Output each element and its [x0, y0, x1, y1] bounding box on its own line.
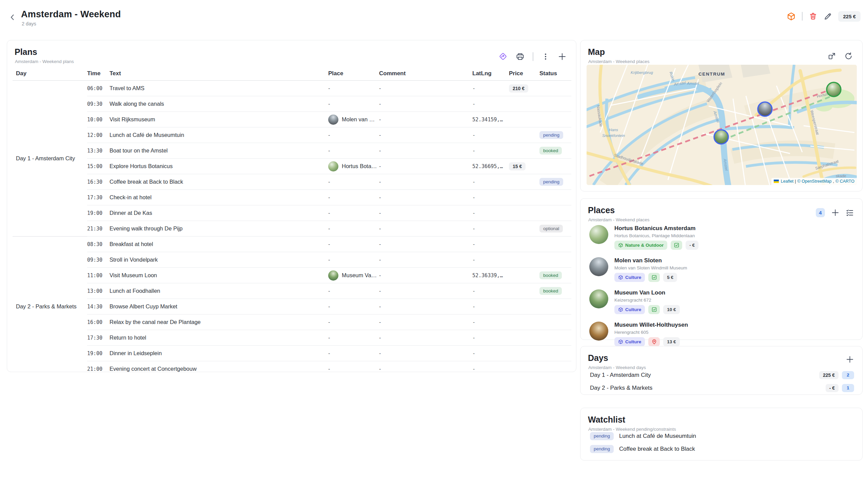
col-place: Place	[328, 67, 379, 81]
plan-latlng: -	[472, 299, 509, 314]
places-list-view-button[interactable]	[846, 208, 854, 217]
export-package-button[interactable]	[787, 12, 796, 21]
plan-time: 16:30	[87, 174, 110, 190]
plan-time: 21:00	[87, 361, 110, 377]
plan-text: Evening walk through De Pijp	[110, 221, 328, 237]
map-refresh-button[interactable]	[844, 52, 853, 60]
plan-time: 12:00	[87, 127, 110, 143]
plan-text: Travel to AMS	[110, 81, 328, 96]
plan-latlng: -	[472, 283, 509, 299]
expand-icon	[828, 52, 836, 60]
delete-trip-button[interactable]	[809, 12, 817, 21]
place-avatar	[589, 257, 608, 276]
plans-toolbar	[498, 52, 567, 61]
trip-total-badge: 225 €	[838, 11, 861, 22]
plan-place: Hortus Bota…	[328, 159, 379, 174]
plan-status	[539, 252, 571, 268]
leaflet-link[interactable]: Leaflet	[781, 179, 794, 184]
place-avatar	[328, 270, 338, 281]
map-place-marker[interactable]	[826, 82, 842, 97]
back-button[interactable]	[7, 12, 18, 22]
place-item[interactable]: Museum Willet-Holthuysen Herengracht 605…	[587, 318, 855, 350]
place-item[interactable]: Hortus Botanicus Amsterdam Hortus Botani…	[587, 221, 855, 253]
plan-row[interactable]: 09:30 Walk along the canals - - -	[13, 96, 571, 112]
plan-row[interactable]: 13:30 Boat tour on the Amstel - - - book…	[13, 143, 571, 159]
plan-latlng: -	[472, 190, 509, 205]
place-item[interactable]: Museum Van Loon Keizersgracht 672 Cultur…	[587, 285, 855, 318]
plan-row[interactable]: 17:30 Check-in at hotel - - -	[13, 190, 571, 205]
plan-row[interactable]: 21:00 Evening concert at Concertgebouw -…	[13, 361, 571, 377]
plan-status	[539, 81, 571, 96]
osm-link[interactable]: © OpenStreetMap	[797, 179, 832, 184]
plan-row[interactable]: 12:00 Lunch at Café de Museumtuin - - - …	[13, 127, 571, 143]
plan-price: 15 €	[509, 159, 539, 174]
plan-row[interactable]: Day 2 - Parks & Markets 08:30 Breakfast …	[13, 237, 571, 252]
add-plan-button[interactable]	[558, 52, 567, 61]
plan-row[interactable]: 17:30 Return to hotel - - -	[13, 330, 571, 346]
plans-subtitle: Amsterdam - Weekend plans	[15, 59, 74, 64]
plan-latlng: -	[472, 346, 509, 361]
plan-price	[509, 330, 539, 346]
places-toolbar: 4	[816, 208, 854, 217]
watchlist-title: Watchlist	[588, 415, 625, 425]
plan-time: 15:00	[87, 159, 110, 174]
day-row[interactable]: Day 2 - Parks & Markets - € 1	[587, 382, 855, 394]
plan-price	[509, 346, 539, 361]
plan-latlng: -	[472, 361, 509, 377]
watchlist-item[interactable]: pending Coffee break at Back to Black	[587, 443, 855, 455]
place-tags: Nature & Outdoor - €	[614, 241, 698, 250]
map-canvas[interactable]: KrijtbergbrugRokinAmstelAmstelCENTRUMWat…	[587, 65, 857, 185]
plan-price	[509, 205, 539, 221]
place-avatar	[589, 322, 608, 341]
place-name: Museum Willet-Holthuysen	[614, 322, 688, 328]
print-button[interactable]	[516, 52, 525, 61]
plan-row[interactable]: 10:00 Visit Rijksmuseum Molen van … - 52…	[13, 112, 571, 127]
plan-row[interactable]: 21:30 Evening walk through De Pijp - - -…	[13, 221, 571, 237]
plan-time: 11:00	[87, 268, 110, 283]
route-button[interactable]	[498, 52, 508, 61]
map-expand-button[interactable]	[828, 52, 836, 60]
map-place-marker[interactable]	[713, 129, 729, 145]
place-address: Molen van Sloten Windmill Museum	[614, 265, 687, 270]
plan-status: booked	[539, 283, 571, 299]
plan-row[interactable]: 16:00 Relax by the canal near De Plantag…	[13, 314, 571, 330]
status-badge: booked	[539, 271, 562, 280]
place-price-badge: 5 €	[663, 273, 677, 282]
attribution-separator: |	[795, 179, 796, 184]
plan-row[interactable]: Day 1 - Amsterdam City 06:00 Travel to A…	[13, 81, 571, 96]
plan-row[interactable]: 19:00 Dinner at De Kas - - -	[13, 205, 571, 221]
plan-row[interactable]: 16:30 Coffee break at Back to Black - - …	[13, 174, 571, 190]
plan-row[interactable]: 11:00 Visit Museum Loon Museum Va… - 52.…	[13, 268, 571, 283]
plans-menu-button[interactable]	[541, 53, 550, 61]
plus-icon	[831, 208, 840, 217]
plan-text: Visit Rijksmuseum	[110, 112, 328, 127]
plan-time: 17:30	[87, 330, 110, 346]
place-price-badge: 13 €	[663, 337, 679, 346]
plan-row[interactable]: 15:00 Explore Hortus Botanicus Hortus Bo…	[13, 159, 571, 174]
place-item[interactable]: Molen van Sloten Molen van Sloten Windmi…	[587, 253, 855, 285]
day-row[interactable]: Day 1 - Amsterdam City 225 € 2	[587, 369, 855, 382]
category-tag: Culture	[614, 273, 645, 282]
plan-status	[539, 330, 571, 346]
plan-text: Boat tour on the Amstel	[110, 143, 328, 159]
place-list: Hortus Botanicus Amsterdam Hortus Botani…	[587, 221, 855, 350]
plan-row[interactable]: 13:00 Lunch at Foodhallen - - - booked	[13, 283, 571, 299]
plan-row[interactable]: 09:30 Stroll in Vondelpark - - -	[13, 252, 571, 268]
plan-comment: -	[379, 299, 472, 314]
map-place-marker[interactable]	[757, 101, 773, 117]
add-day-button[interactable]	[846, 355, 854, 364]
plan-time: 16:00	[87, 314, 110, 330]
plan-row[interactable]: 14:30 Browse Albert Cuyp Market - - -	[13, 299, 571, 314]
day-count-badge: 2	[842, 371, 854, 379]
carto-link[interactable]: © CARTO	[835, 179, 854, 184]
add-place-button[interactable]	[831, 208, 840, 217]
watchlist-item[interactable]: pending Lunch at Café de Museumtuin	[587, 430, 855, 443]
cube-icon	[787, 12, 796, 21]
edit-trip-button[interactable]	[824, 12, 832, 21]
plan-row[interactable]: 19:00 Dinner in Leidseplein - - -	[13, 346, 571, 361]
map-label: Hans	[609, 128, 618, 132]
place-flag-badge	[648, 305, 660, 314]
plan-price	[509, 237, 539, 252]
plan-comment: -	[379, 361, 472, 377]
plan-place: -	[328, 252, 379, 268]
